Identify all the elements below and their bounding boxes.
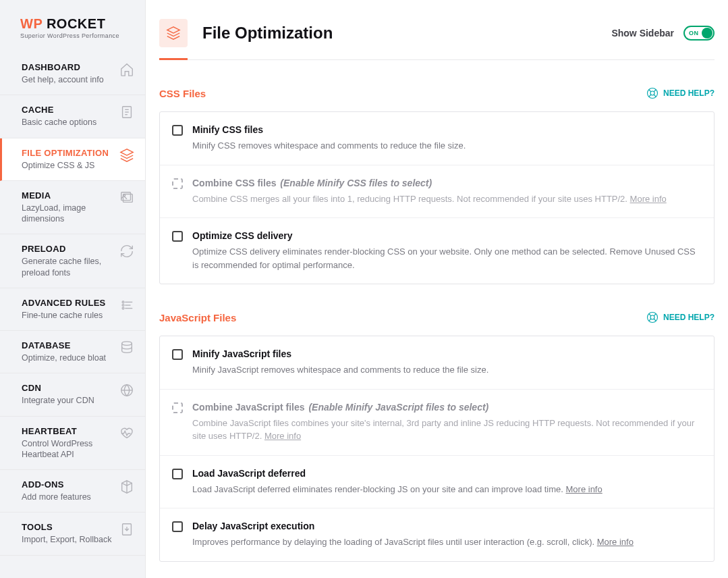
option-desc: Optimize CSS delivery eliminates render-… [192,245,702,271]
sidebar-item-add-ons[interactable]: ADD-ONSAdd more features [0,470,145,513]
svg-point-7 [122,301,124,303]
heartbeat-icon [119,426,134,441]
sliders-icon [119,298,134,313]
option-checkbox[interactable] [172,231,183,242]
option-title: Optimize CSS delivery [192,230,702,241]
more-info-link[interactable]: More info [264,431,301,441]
option-checkbox [172,402,183,413]
more-info-link[interactable]: More info [566,484,603,494]
svg-point-23 [650,315,654,319]
refresh-icon [119,244,134,259]
home-icon [119,62,134,77]
show-sidebar-label: Show Sidebar [611,28,674,38]
nav-item-sub: Import, Export, Rollback [22,534,113,545]
sidebar-item-dashboard[interactable]: DASHBOARDGet help, account info [0,53,145,95]
images-icon [119,190,134,205]
option-title: Combine CSS files (Enable Minify CSS fil… [192,178,702,188]
option-checkbox[interactable] [172,349,183,360]
sidebar-item-advanced-rules[interactable]: ADVANCED RULESFine-tune cache rules [0,288,145,331]
section-javascript-files: JavaScript FilesNEED HELP?Minify JavaScr… [159,311,715,562]
option-title: Combine JavaScript files (Enable Minify … [192,402,702,413]
page-title: File Optimization [202,24,333,43]
need-help-link[interactable]: NEED HELP? [646,311,715,323]
option-hint: (Enable Minify CSS files to select) [280,178,432,188]
option-desc: Combine CSS merges all your files into 1… [192,192,702,206]
sidebar-nav: DASHBOARDGet help, account infoCACHEBasi… [0,53,145,556]
nav-item-title: TOOLS [22,522,113,532]
svg-line-25 [654,314,656,316]
nav-item-title: HEARTBEAT [22,426,113,436]
nav-item-sub: Basic cache options [22,117,113,128]
options-panel: Minify CSS filesMinify CSS removes white… [159,111,715,284]
option-row: Load JavaScript deferredLoad JavaScript … [160,455,714,508]
page-icon [159,19,188,47]
option-checkbox [172,178,183,189]
section-title: JavaScript Files [159,312,236,323]
section-css-files: CSS FilesNEED HELP?Minify CSS filesMinif… [159,87,715,284]
globe-icon [119,383,134,398]
nav-item-title: CDN [22,383,113,393]
nav-item-title: PRELOAD [22,244,113,254]
logo-tagline: Superior WordPress Performance [20,32,133,39]
logo: WP ROCKET Superior WordPress Performance [0,0,145,53]
svg-line-19 [654,90,656,92]
svg-line-26 [649,319,651,321]
svg-point-17 [650,91,654,95]
layers-icon [119,148,134,163]
option-desc: Combine JavaScript files combines your s… [192,417,702,443]
nav-item-title: ADD-ONS [22,479,113,490]
sidebar-item-cache[interactable]: CACHEBasic cache options [0,95,145,138]
option-desc: Load JavaScript deferred eliminates rend… [192,483,702,496]
options-panel: Minify JavaScript filesMinify JavaScript… [159,336,715,562]
section-title: CSS Files [159,88,206,99]
show-sidebar-toggle[interactable]: ON [683,26,715,41]
option-row: Combine JavaScript files (Enable Minify … [160,389,714,455]
import-icon [119,522,134,537]
sidebar-item-cdn[interactable]: CDNIntegrate your CDN [0,373,145,416]
option-desc: Minify JavaScript removes whitespace and… [192,363,702,377]
nav-item-sub: Generate cache files, preload fonts [22,256,113,278]
file-icon [119,105,134,120]
svg-line-27 [654,319,656,321]
option-row: Combine CSS files (Enable Minify CSS fil… [160,165,714,218]
svg-point-9 [122,304,124,306]
database-icon [119,340,134,355]
option-title: Delay JavaScript execution [192,521,702,531]
nav-item-sub: Integrate your CDN [22,395,113,406]
more-info-link[interactable]: More info [597,537,634,547]
option-desc: Improves performance by delaying the loa… [192,535,702,549]
option-checkbox[interactable] [172,125,183,136]
option-title: Load JavaScript deferred [192,468,702,479]
sidebar-item-database[interactable]: DATABASEOptimize, reduce bloat [0,331,145,373]
sidebar-item-tools[interactable]: TOOLSImport, Export, Rollback [0,513,145,555]
option-desc: Minify CSS removes whitespace and commen… [192,139,702,153]
sidebar-item-preload[interactable]: PRELOADGenerate cache files, preload fon… [0,234,145,288]
nav-item-sub: Control WordPress Heartbeat API [22,438,113,461]
more-info-link[interactable]: More info [630,194,667,204]
nav-item-sub: Add more features [22,492,113,502]
sidebar-item-heartbeat[interactable]: HEARTBEATControl WordPress Heartbeat API [0,417,145,471]
svg-line-18 [649,90,651,92]
svg-line-21 [654,95,656,97]
svg-point-11 [122,307,124,309]
nav-item-title: CACHE [22,105,113,115]
main-content: File Optimization Show Sidebar ON CSS Fi… [146,0,728,578]
nav-item-sub: LazyLoad, image dimensions [22,203,113,225]
option-row: Minify CSS filesMinify CSS removes white… [160,112,714,165]
nav-item-sub: Get help, account info [22,74,113,85]
nav-item-sub: Fine-tune cache rules [22,310,113,321]
option-hint: (Enable Minify JavaScript files to selec… [308,402,488,413]
need-help-link[interactable]: NEED HELP? [646,87,715,99]
logo-title: WP ROCKET [20,16,133,32]
option-row: Minify JavaScript filesMinify JavaScript… [160,336,714,389]
box-icon [119,479,134,494]
nav-item-title: DASHBOARD [22,62,113,72]
option-row: Optimize CSS deliveryOptimize CSS delive… [160,217,714,284]
sidebar-item-file-optimization[interactable]: FILE OPTIMIZATIONOptimize CSS & JS [0,138,145,181]
sidebar-item-media[interactable]: MEDIALazyLoad, image dimensions [0,181,145,235]
option-checkbox[interactable] [172,521,183,532]
svg-line-20 [649,95,651,97]
sidebar: WP ROCKET Superior WordPress Performance… [0,0,146,578]
nav-item-sub: Optimize, reduce bloat [22,352,113,363]
option-checkbox[interactable] [172,469,183,479]
